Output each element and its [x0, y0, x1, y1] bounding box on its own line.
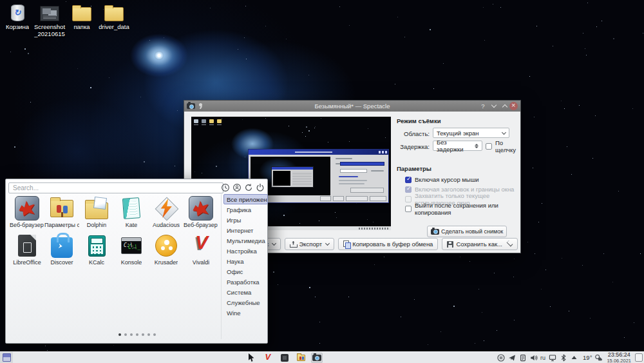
copy-icon	[343, 240, 350, 248]
show-desktop-button[interactable]	[635, 353, 643, 362]
preview-nested-panel	[334, 157, 386, 195]
application-launcher: Веб-браузер ... Параметры с... Dolphin K…	[5, 179, 268, 344]
settings-panel: Режим съёмки Область: Текущий экран Заде…	[393, 115, 518, 208]
task-libreoffice[interactable]	[279, 353, 290, 363]
area-select[interactable]: Текущий экран	[433, 128, 509, 138]
category-item[interactable]: Наука	[223, 256, 268, 266]
app-item[interactable]: Konsole	[114, 232, 149, 270]
footer-button[interactable]: Сохранить как...	[442, 238, 518, 250]
libreoffice-icon	[18, 235, 36, 257]
dolphin-icon	[85, 202, 108, 219]
app-item[interactable]: KCalc	[79, 232, 114, 270]
chevron-down-icon	[491, 103, 497, 108]
footer-button[interactable]: Экспорт	[285, 238, 334, 250]
footer-button[interactable]: Копировать в буфер обмена	[338, 238, 438, 250]
capture-mode-heading: Режим съёмки	[397, 117, 441, 124]
users-button[interactable]	[232, 182, 242, 192]
app-item[interactable]: Audacious	[149, 195, 184, 232]
weather-icon[interactable]	[594, 353, 603, 362]
clock-time: 23:56:24	[608, 352, 630, 358]
clipboard-icon[interactable]	[518, 353, 527, 362]
krusader-icon	[155, 235, 177, 257]
desktop-icons: Корзина Screenshot_20210615_2... папка d…	[1, 3, 130, 38]
category-item[interactable]: Wine	[223, 308, 268, 318]
search-input[interactable]	[8, 182, 223, 193]
task-manager	[247, 352, 323, 363]
option-label: Включая курсор мыши	[415, 176, 479, 183]
category-item[interactable]: Игры	[223, 215, 268, 225]
app-item[interactable]: LibreOffice	[10, 232, 44, 270]
category-item[interactable]: Разработка	[223, 277, 268, 287]
clock-widget[interactable]: 23:56:24 15.06.2021	[607, 352, 631, 363]
preview-nested-window	[248, 149, 389, 203]
app-grid: Веб-браузер ... Параметры с... Dolphin K…	[10, 195, 221, 271]
app-item[interactable]: Веб-браузер ...	[184, 195, 218, 232]
display-icon[interactable]	[548, 353, 556, 362]
chevron-down-icon	[507, 240, 513, 247]
on-click-checkbox[interactable]: По щелчку	[486, 141, 518, 151]
spinner-arrows-icon	[475, 142, 478, 150]
category-item[interactable]: Настройка	[223, 246, 268, 256]
shutdown-button[interactable]	[255, 182, 265, 192]
dark-app-icon	[281, 354, 289, 362]
maximize-button[interactable]	[500, 102, 509, 111]
bluetooth-icon[interactable]	[559, 353, 567, 362]
preview-desktop-icon	[194, 119, 198, 123]
trash-icon	[11, 5, 24, 21]
minimize-button[interactable]	[489, 102, 498, 111]
taskbar: ru 19° 23:56:24 15.06.2021	[0, 351, 644, 363]
category-item[interactable]: Все приложения	[223, 194, 268, 204]
system-tray: ru 19° 23:56:24 15.06.2021	[497, 352, 643, 363]
option-label: Выйти после сохранения или копирования	[415, 202, 518, 216]
keyboard-layout[interactable]: ru	[540, 355, 545, 361]
category-item[interactable]: Служебные	[223, 297, 268, 308]
desktop-icon[interactable]: папка	[66, 3, 98, 38]
spectacle-camera-icon	[312, 355, 321, 361]
task-pointer-tool[interactable]	[247, 353, 258, 363]
delay-spinbox[interactable]: Без задержки	[433, 141, 482, 151]
checkbox-icon	[486, 143, 492, 150]
category-item[interactable]: Интернет	[223, 225, 268, 235]
task-system-folder[interactable]	[295, 353, 307, 363]
app-item[interactable]: Веб-браузер ...	[10, 195, 44, 232]
on-click-label: По щелчку	[495, 139, 518, 153]
category-item[interactable]: Офис	[223, 266, 268, 277]
desktop-icon[interactable]: Корзина	[1, 3, 33, 38]
options-list: Включая курсор мыши Включая заголовок и …	[405, 175, 518, 213]
desktop-icon[interactable]: driver_data	[98, 3, 130, 38]
take-screenshot-button[interactable]: Сделать новый снимок	[427, 226, 507, 237]
checkbox-icon	[405, 186, 412, 193]
app-item[interactable]: Dolphin	[79, 195, 114, 232]
task-spectacle[interactable]	[311, 353, 323, 363]
konsole-icon	[121, 237, 142, 254]
task-vivaldi[interactable]	[263, 353, 274, 363]
option-checkbox[interactable]: Включая курсор мыши	[405, 175, 518, 184]
spectacle-titlebar[interactable]: Безымянный* — Spectacle ?	[184, 101, 520, 112]
option-checkbox[interactable]: Выйти после сохранения или копирования	[405, 204, 518, 213]
app-item[interactable]: Параметры с...	[44, 195, 79, 232]
clock-date: 15.06.2021	[607, 358, 631, 363]
konqueror-icon	[189, 196, 213, 221]
pin-icon[interactable]	[198, 103, 204, 109]
preview-desktop-icon	[217, 119, 222, 123]
media-pause-icon[interactable]	[497, 353, 505, 362]
app-item[interactable]: Kate	[114, 195, 149, 232]
category-item[interactable]: Система	[223, 287, 268, 297]
history-button[interactable]	[220, 182, 230, 192]
restart-button[interactable]	[243, 182, 253, 192]
desktop-icon[interactable]: Screenshot_20210615_2...	[33, 3, 66, 38]
telegram-icon[interactable]	[507, 353, 516, 362]
temperature-widget[interactable]: 19°	[583, 354, 592, 361]
launcher-button[interactable]	[0, 352, 13, 363]
app-item[interactable]: Krusader	[149, 232, 184, 270]
volume-icon[interactable]	[529, 353, 538, 362]
expand-tray-icon[interactable]	[570, 353, 578, 362]
category-item[interactable]: Графика	[223, 204, 268, 215]
page-dots[interactable]	[99, 327, 176, 338]
app-item[interactable]: Vivaldi	[184, 232, 218, 270]
session-buttons	[220, 182, 265, 192]
app-item[interactable]: Discover	[44, 232, 79, 270]
category-item[interactable]: Мультимедиа	[223, 235, 268, 246]
vivaldi-icon	[265, 353, 273, 362]
close-button[interactable]	[509, 102, 518, 110]
